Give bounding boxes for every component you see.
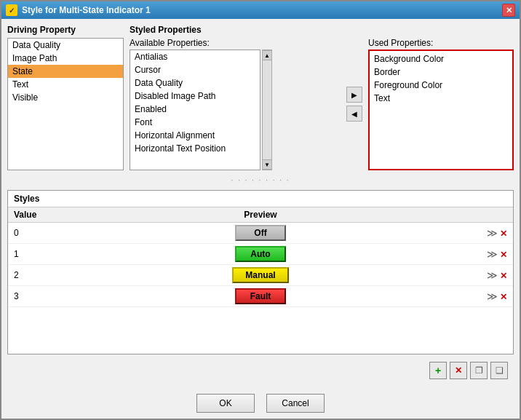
row-3-value: 3 [8,286,52,307]
used-item-border[interactable]: Border [371,66,511,79]
content-area: Driving Property Data Quality Image Path… [1,19,520,388]
row-2-preview-cell: Manual [52,265,469,286]
main-window: ✓ Style for Multi-State Indicator 1 ✕ Dr… [0,0,521,420]
bottom-toolbar: + ✕ ❐ ❑ [7,359,514,382]
used-item-foreground-color[interactable]: Foreground Color [371,79,511,92]
styled-properties-section: Styled Properties Available Properties: … [130,25,514,170]
row-2-actions: ≫ ✕ [469,265,513,286]
paste-button[interactable]: ❑ [490,362,508,379]
available-list-container: Antialias Cursor Data Quality Disabled I… [130,49,341,170]
copy-button[interactable]: ❐ [470,362,488,379]
table-row: 2 Manual ≫ ✕ [8,265,513,286]
col-header-value: Value [8,207,52,223]
avail-item-enabled[interactable]: Enabled [130,103,260,116]
window-icon: ✓ [6,4,17,16]
avail-scrollbar[interactable]: ▲ ▼ [262,49,272,170]
avail-item-font[interactable]: Font [130,116,260,129]
used-properties-list[interactable]: Background Color Border Foreground Color… [368,49,514,170]
styles-table-body: 0 Off ≫ ✕ 1 Auto [8,223,513,307]
close-button[interactable]: ✕ [502,4,515,17]
add-row-button[interactable]: + [429,362,447,379]
row-0-preview-cell: Off [52,223,469,244]
dialog-buttons: OK Cancel [1,388,520,419]
avail-item-cursor[interactable]: Cursor [130,63,260,76]
row-2-expand-icon[interactable]: ≫ [487,269,498,281]
delete-icon: ✕ [455,365,462,376]
window-title: Style for Multi-State Indicator 1 [22,5,151,15]
row-1-preview-button[interactable]: Auto [235,246,286,262]
row-0-actions: ≫ ✕ [469,223,513,244]
avail-item-antialias[interactable]: Antialias [130,50,260,63]
top-panel: Driving Property Data Quality Image Path… [7,25,514,170]
avail-item-disabled-image-path[interactable]: Disabled Image Path [130,90,260,103]
delete-row-button[interactable]: ✕ [450,362,467,379]
styles-table-header-row: Value Preview [8,207,513,223]
paste-icon: ❑ [496,365,504,376]
used-item-text[interactable]: Text [371,92,511,105]
avail-item-horizontal-alignment[interactable]: Horizontal Alignment [130,129,260,142]
driving-item-visible[interactable]: Visible [8,91,123,104]
row-1-delete-icon[interactable]: ✕ [500,250,507,260]
used-properties-label: Used Properties: [368,38,514,48]
divider-dots: · · · · · · · · · [7,175,514,186]
driving-item-data-quality[interactable]: Data Quality [8,39,123,52]
available-properties-list[interactable]: Antialias Cursor Data Quality Disabled I… [130,49,260,170]
table-row: 0 Off ≫ ✕ [8,223,513,244]
driving-item-state[interactable]: State [8,65,123,78]
row-0-preview-button[interactable]: Off [235,225,286,241]
used-properties-section: Used Properties: Background Color Border… [368,38,514,170]
cancel-button[interactable]: Cancel [266,394,325,413]
row-1-preview-cell: Auto [52,244,469,265]
row-3-delete-icon[interactable]: ✕ [500,292,507,302]
row-0-expand-icon[interactable]: ≫ [487,227,498,239]
driving-property-list[interactable]: Data Quality Image Path State Text Visib… [7,38,124,170]
avail-item-data-quality[interactable]: Data Quality [130,76,260,90]
ok-button[interactable]: OK [196,394,255,413]
available-properties-label: Available Properties: [130,38,341,48]
driving-item-text[interactable]: Text [8,78,123,91]
row-0-value: 0 [8,223,52,244]
scroll-up-arrow[interactable]: ▲ [262,50,272,60]
styled-properties-label: Styled Properties [130,25,514,35]
styles-table: Value Preview 0 Off ≫ ✕ [8,207,513,307]
driving-property-section: Driving Property Data Quality Image Path… [7,25,124,170]
row-2-delete-icon[interactable]: ✕ [500,271,507,281]
row-3-expand-icon[interactable]: ≫ [487,290,498,302]
remove-from-used-button[interactable]: ◀ [346,106,362,122]
scroll-down-arrow[interactable]: ▼ [262,159,272,170]
table-row: 3 Fault ≫ ✕ [8,286,513,307]
row-3-actions: ≫ ✕ [469,286,513,307]
row-1-expand-icon[interactable]: ≫ [487,248,498,260]
styled-props-inner: Available Properties: Antialias Cursor D… [130,38,514,170]
row-2-preview-button[interactable]: Manual [232,267,288,283]
table-row: 1 Auto ≫ ✕ [8,244,513,265]
title-bar-left: ✓ Style for Multi-State Indicator 1 [6,4,151,16]
transfer-buttons: ▶ ◀ [343,38,365,170]
copy-icon: ❐ [475,365,483,376]
row-2-value: 2 [8,265,52,286]
row-1-value: 1 [8,244,52,265]
available-properties-section: Available Properties: Antialias Cursor D… [130,38,341,170]
row-0-delete-icon[interactable]: ✕ [500,229,507,239]
avail-item-horizontal-text-position[interactable]: Horizontal Text Position [130,142,260,155]
driving-property-label: Driving Property [7,25,124,35]
row-3-preview-button[interactable]: Fault [235,288,286,304]
styles-section: Styles Value Preview 0 Off [7,190,514,354]
col-header-preview: Preview [52,207,469,223]
driving-item-image-path[interactable]: Image Path [8,52,123,65]
row-1-actions: ≫ ✕ [469,244,513,265]
add-to-used-button[interactable]: ▶ [346,87,362,103]
title-bar: ✓ Style for Multi-State Indicator 1 ✕ [1,1,520,19]
used-item-background-color[interactable]: Background Color [371,52,511,66]
row-3-preview-cell: Fault [52,286,469,307]
styles-header: Styles [8,191,513,207]
col-header-actions [469,207,513,223]
